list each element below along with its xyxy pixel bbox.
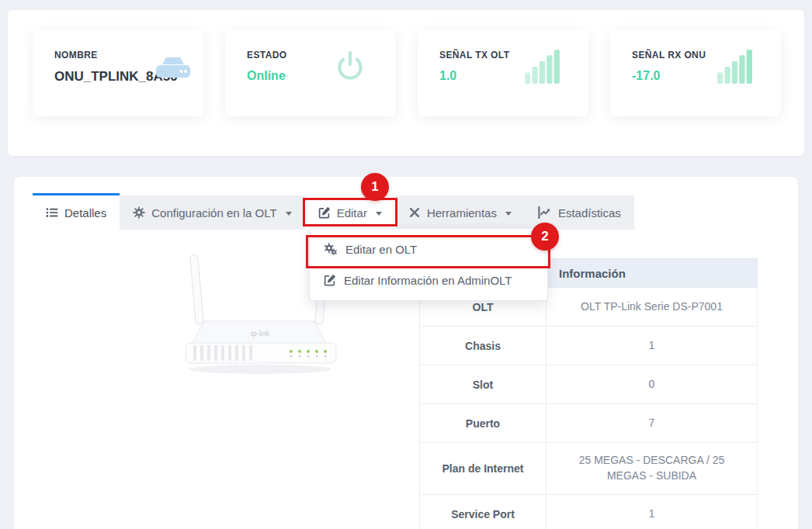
annotation-box-2 — [306, 235, 550, 268]
power-icon — [332, 48, 368, 85]
row-value: 7 — [547, 404, 758, 443]
tab-label: Herramientas — [427, 206, 497, 220]
menu-item-label: Editar Información en AdminOLT — [344, 274, 512, 287]
stat-text: SEÑAL TX OLT 1.0 — [439, 50, 509, 83]
menu-item-editar-informacion-adminolt[interactable]: Editar Información en AdminOLT — [310, 264, 547, 296]
chevron-down-icon — [376, 212, 382, 216]
table-row: Service Port 1 — [420, 495, 758, 529]
signal-bars-icon — [717, 50, 753, 87]
menu-item-editar-en-olt[interactable]: Editar en OLT 2 — [310, 233, 547, 264]
stat-card-senal-tx: SEÑAL TX OLT 1.0 — [418, 29, 588, 116]
row-label: Slot — [420, 365, 547, 404]
chart-icon — [538, 206, 552, 219]
row-value: OLT TP-Link Serie DS-P7001 — [547, 288, 758, 327]
stat-text: ESTADO Online — [247, 50, 287, 83]
row-value: 1 — [547, 327, 758, 365]
stat-value: Online — [247, 69, 287, 83]
stat-label: SEÑAL TX OLT — [439, 50, 509, 61]
table-row: Plan de Internet 25 MEGAS - DESCARGA / 2… — [420, 443, 758, 495]
menu-item-label: Editar en OLT — [345, 243, 417, 256]
tab-configuracion-olt[interactable]: Configuración en la OLT — [120, 195, 304, 230]
stat-value: -17.0 — [632, 69, 706, 83]
table-header-informacion: Información — [547, 259, 758, 288]
router-icon — [152, 54, 194, 85]
row-value: 1 — [547, 495, 758, 529]
stat-text: SEÑAL RX ONU -17.0 — [632, 50, 706, 83]
tab-detalles[interactable]: Detalles — [33, 193, 120, 230]
row-value: 25 MEGAS - DESCARGA / 25 MEGAS - SUBIDA — [547, 443, 758, 495]
page: NOMBRE ONU_TPLINK_8A50 ESTADO Online — [0, 0, 812, 529]
stat-card-estado: ESTADO Online — [225, 29, 396, 116]
gear-icon — [133, 206, 145, 219]
tab-label: Detalles — [64, 206, 106, 220]
stat-value: 1.0 — [439, 69, 509, 83]
row-value: 0 — [547, 365, 758, 404]
stat-label: ESTADO — [247, 50, 287, 61]
row-label: Puerto — [420, 404, 547, 443]
list-icon — [46, 206, 58, 219]
stat-label: SEÑAL RX ONU — [632, 50, 706, 61]
chevron-down-icon — [505, 212, 512, 216]
table-row: Puerto 7 — [420, 404, 758, 443]
edit-icon — [324, 274, 336, 286]
tab-editar[interactable]: Editar 1 — [305, 195, 395, 230]
row-label: Chasis — [420, 327, 547, 365]
tab-label: Estadísticas — [558, 206, 621, 220]
edit-icon — [318, 206, 331, 219]
stat-card-senal-rx: SEÑAL RX ONU -17.0 — [610, 29, 781, 116]
step-badge-1: 1 — [361, 173, 389, 201]
stats-panel: NOMBRE ONU_TPLINK_8A50 ESTADO Online — [8, 10, 804, 156]
cogs-icon — [324, 243, 338, 255]
row-label: Plan de Internet — [420, 443, 547, 495]
table-row: Slot 0 — [420, 365, 758, 404]
editar-dropdown-menu: Editar en OLT 2 Editar Información en Ad… — [309, 228, 548, 301]
step-badge-2: 2 — [531, 223, 559, 251]
tab-label: Editar — [337, 206, 367, 220]
tab-herramientas[interactable]: Herramientas — [395, 195, 525, 230]
stat-card-nombre: NOMBRE ONU_TPLINK_8A50 — [33, 29, 203, 116]
device-logo: tp-link — [251, 330, 270, 337]
table-row: Chasis 1 — [420, 327, 758, 365]
tab-label: Configuración en la OLT — [151, 206, 276, 220]
details-panel: Detalles — [14, 177, 798, 529]
chevron-down-icon — [286, 212, 292, 216]
row-label: Service Port — [420, 495, 547, 529]
tools-icon — [408, 206, 421, 219]
signal-bars-icon — [525, 50, 560, 87]
